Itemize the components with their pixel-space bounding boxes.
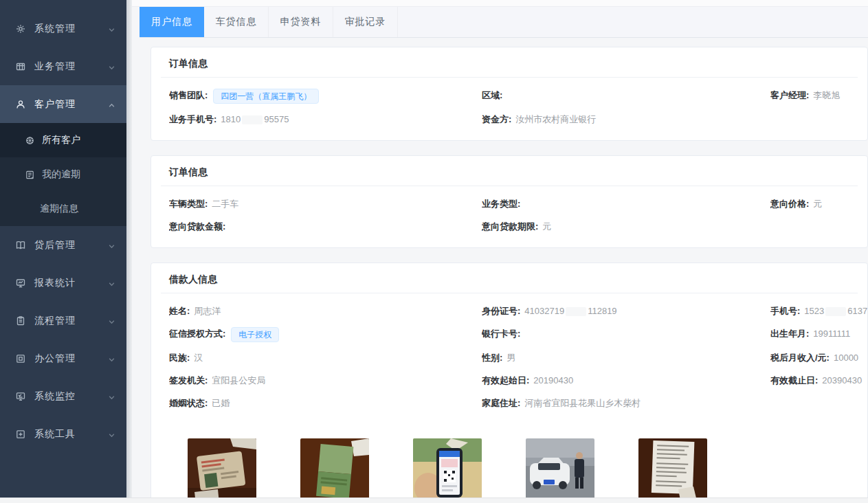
sidebar-item-label: 报表统计 (34, 277, 108, 289)
tab-label: 审批记录 (345, 16, 386, 28)
photo-drivers-license[interactable]: 驾驶证原件 (300, 438, 369, 503)
field-value: 周志洋 (194, 306, 221, 316)
sidebar-item-business-management[interactable]: 业务管理 (0, 47, 126, 85)
field-value: 元 (813, 199, 822, 209)
sidebar-item-label: 系统监控 (34, 390, 108, 403)
tab-car-loan-info[interactable]: 车贷信息 (204, 7, 269, 37)
sidebar-item-post-loan-management[interactable]: 贷后管理 (0, 226, 126, 264)
sidebar-item-system-tools[interactable]: 系统工具 (0, 415, 126, 453)
field-value: 汉 (194, 353, 203, 363)
tab-approval-records[interactable]: 审批记录 (333, 7, 398, 37)
sidebar-item-label: 办公管理 (34, 353, 108, 365)
field-value: 汝州市农村商业银行 (515, 114, 596, 124)
field-empty (770, 396, 867, 410)
sidebar-item-system-monitoring[interactable]: 系统监控 (0, 377, 126, 415)
sidebar-item-label: 系统工具 (34, 428, 108, 440)
field-label: 客户经理: (770, 90, 809, 100)
card-title: 借款人信息 (151, 263, 867, 293)
card-title: 订单信息 (151, 156, 867, 186)
wheel-icon (25, 135, 35, 146)
sidebar-item-system-management[interactable]: 系统管理 (0, 10, 126, 47)
sidebar-item-label: 贷后管理 (34, 239, 108, 252)
sidebar-scrollbar[interactable] (126, 0, 132, 503)
field-label: 区域: (482, 90, 502, 100)
field-mobile-phone: 手机号:15236137 (770, 304, 867, 318)
sidebar-item-all-customers[interactable]: 所有客户 (0, 123, 126, 157)
field-value: 二手车 (212, 199, 238, 209)
redaction-blur (825, 307, 846, 316)
main-area: 用户信息 车贷信息 申贷资料 审批记录 订单信息 销售团队:四团一营（直属王鹏飞… (132, 0, 868, 503)
sidebar-item-my-overdue[interactable]: 我的逾期 (0, 157, 126, 192)
field-id-number: 身份证号:41032719112819 (482, 304, 770, 318)
chevron-down-icon (108, 317, 115, 324)
field-value: 已婚 (212, 398, 230, 408)
field-empty (770, 220, 867, 234)
customer-management-submenu: 所有客户 我的逾期 逾期信息 (0, 123, 126, 226)
tab-label: 车贷信息 (216, 16, 257, 28)
phone-qr-photo (413, 438, 482, 503)
field-label: 性别: (482, 353, 502, 363)
sidebar-item-label: 所有客户 (42, 134, 80, 146)
tab-loan-application-docs[interactable]: 申贷资料 (269, 7, 333, 37)
order-info-card-2: 订单信息 车辆类型:二手车 业务类型: 意向价格:元 意向贷款金额: 意向贷款期… (151, 155, 868, 248)
ledger-icon (25, 170, 35, 180)
field-label: 车辆类型: (169, 199, 208, 209)
field-vehicle-type: 车辆类型:二手车 (169, 197, 482, 211)
sidebar-item-report-statistics[interactable]: 报表统计 (0, 264, 126, 302)
field-customer-manager: 客户经理:李晓旭 (770, 89, 867, 104)
field-value: 元 (542, 221, 551, 232)
field-label: 出生年月: (770, 328, 809, 339)
field-value: 1523 (804, 306, 824, 316)
tab-label: 申贷资料 (280, 16, 322, 28)
field-value: 41032719 (524, 306, 564, 316)
field-issuing-authority: 签发机关:宜阳县公安局 (169, 374, 482, 388)
field-value: 95575 (264, 114, 289, 124)
field-intent-price: 意向价格:元 (770, 197, 867, 211)
field-bank-card: 银行卡号: (482, 327, 770, 342)
sidebar-item-label: 我的逾期 (42, 168, 80, 181)
photo-other-materials[interactable]: 其他材料 (638, 438, 707, 503)
field-value: 男 (507, 353, 515, 363)
field-label: 银行卡号: (482, 328, 520, 339)
field-value: 20190430 (533, 375, 573, 385)
sidebar-item-label: 逾期信息 (40, 203, 78, 215)
photo-credit-screenshot[interactable]: 征信截图 (413, 438, 482, 503)
book-icon (15, 240, 26, 251)
gear-icon (15, 23, 26, 34)
field-label: 销售团队: (169, 90, 208, 100)
chevron-down-icon (108, 25, 115, 32)
field-value: 6137 (847, 306, 867, 316)
chevron-up-icon (108, 100, 115, 108)
monitor-check-icon (15, 391, 26, 402)
borrower-info-card: 借款人信息 姓名:周志洋 身份证号:41032719112819 手机号:152… (151, 262, 868, 503)
chevron-down-icon (108, 241, 115, 249)
field-label: 业务类型: (482, 199, 520, 209)
redaction-blur (566, 307, 586, 316)
top-spacer (132, 0, 868, 7)
field-region: 区域: (482, 89, 770, 104)
tab-user-info[interactable]: 用户信息 (140, 7, 204, 37)
field-value: 20390430 (822, 375, 862, 385)
field-label: 意向价格: (770, 199, 809, 209)
sidebar-item-office-management[interactable]: 办公管理 (0, 339, 126, 377)
photo-person-with-car[interactable]: 人车照 (526, 438, 594, 503)
field-valid-to: 有效截止日:20390430 (770, 374, 867, 388)
field-empty (770, 113, 867, 126)
field-intent-loan-amount: 意向贷款金额: (169, 220, 482, 234)
field-label: 意向贷款金额: (169, 221, 225, 232)
sidebar-item-process-management[interactable]: 流程管理 (0, 302, 126, 339)
photo-id-card[interactable]: 本人照 (188, 438, 256, 503)
chevron-down-icon (108, 392, 115, 400)
sales-team-tag: 四团一营（直属王鹏飞） (213, 89, 319, 104)
order-info-card-1: 订单信息 销售团队:四团一营（直属王鹏飞） 区域: 客户经理:李晓旭 业务手机号… (151, 47, 868, 141)
field-value: 10000 (834, 353, 858, 363)
field-value: 1810 (221, 114, 241, 124)
sidebar-item-overdue-info[interactable]: 逾期信息 (0, 192, 126, 226)
sidebar-item-customer-management[interactable]: 客户管理 (0, 85, 126, 123)
field-value: 河南省宜阳县花果山乡木柴村 (524, 398, 641, 408)
chevron-down-icon (108, 63, 115, 70)
field-home-address: 家庭住址:河南省宜阳县花果山乡木柴村 (482, 396, 770, 410)
field-business-type: 业务类型: (482, 197, 770, 211)
user-icon (15, 99, 26, 110)
detail-tabbar: 用户信息 车贷信息 申贷资料 审批记录 (140, 7, 868, 38)
